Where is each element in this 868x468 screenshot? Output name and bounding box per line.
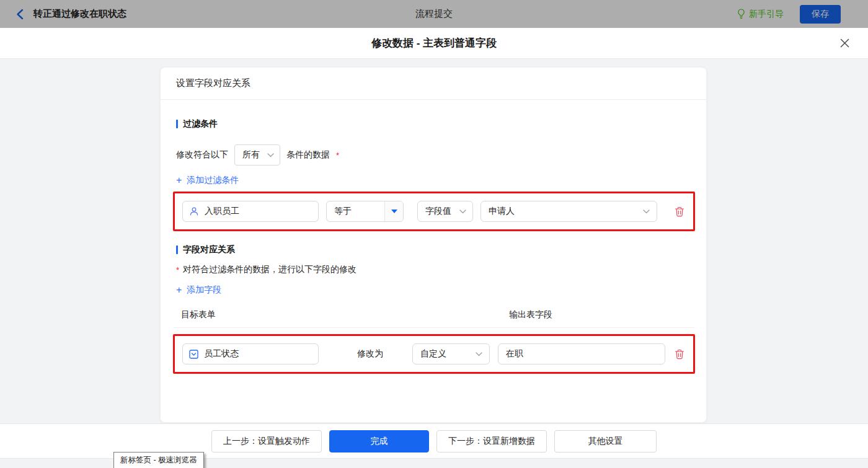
operator-caret-button[interactable] — [384, 201, 403, 221]
done-button[interactable]: 完成 — [329, 430, 429, 453]
filter-condition-line: 修改符合以下 所有 条件的数据 * — [176, 144, 691, 166]
column-output-field: 输出表字段 — [509, 309, 552, 320]
close-icon — [840, 38, 849, 48]
next-step-button[interactable]: 下一步：设置新增数据 — [436, 430, 547, 453]
match-mode-select[interactable]: 所有 — [234, 144, 280, 166]
target-field-input[interactable]: 员工状态 — [182, 343, 319, 364]
modal-body: 设置字段对应关系 过滤条件 修改符合以下 所有 条件的数据 * + 添加过滤条件 — [0, 59, 868, 468]
condition-prefix-text: 修改符合以下 — [176, 149, 228, 161]
filter-field-input[interactable]: 入职员工 — [182, 201, 319, 222]
add-filter-label: 添加过滤条件 — [187, 175, 239, 186]
app-topbar: 转正通过修改在职状态 流程提交 新手引导 保存 — [0, 0, 868, 28]
add-filter-link[interactable]: + 添加过滤条件 — [176, 175, 239, 186]
delete-filter-button[interactable] — [673, 205, 686, 218]
close-button[interactable] — [840, 38, 849, 48]
filter-field-value: 入职员工 — [205, 206, 239, 217]
filter-value-select[interactable]: 申请人 — [480, 201, 657, 222]
condition-suffix-text: 条件的数据 — [286, 149, 330, 161]
delete-mapping-button[interactable] — [673, 348, 686, 361]
filter-value: 申请人 — [489, 206, 515, 217]
caret-down-icon — [391, 210, 397, 213]
add-field-label: 添加字段 — [187, 285, 221, 296]
filter-section-label: 过滤条件 — [183, 118, 218, 130]
plus-icon: + — [176, 285, 182, 295]
modify-to-label: 修改为 — [357, 348, 383, 360]
filter-row-highlight: 入职员工 等于 字段值 申请人 — [173, 192, 695, 231]
target-field-value: 员工状态 — [204, 348, 239, 360]
output-value-input[interactable]: 在职 — [498, 343, 665, 364]
modal-title: 修改数据 - 主表到普通字段 — [371, 36, 497, 50]
mapping-description-text: 对符合过滤条件的数据，进行以下字段的修改 — [183, 264, 356, 275]
browser-tab-tooltip: 新标签页 - 极速浏览器 — [113, 452, 204, 468]
section-bar-icon — [176, 245, 178, 254]
operator-select[interactable]: 等于 — [326, 201, 404, 222]
match-mode-value: 所有 — [242, 149, 260, 161]
column-target-form: 目标表单 — [181, 309, 216, 319]
card-title: 设置字段对应关系 — [161, 68, 706, 100]
trash-icon — [675, 206, 684, 217]
filter-section-title: 过滤条件 — [176, 118, 691, 130]
modify-mode-select[interactable]: 自定义 — [412, 343, 490, 364]
mapping-column-headers: 目标表单 输出表字段 — [173, 309, 695, 328]
user-icon — [189, 206, 199, 216]
chevron-down-icon — [643, 210, 650, 214]
field-mapping-card: 设置字段对应关系 过滤条件 修改符合以下 所有 条件的数据 * + 添加过滤条件 — [160, 67, 707, 423]
chevron-down-icon — [459, 210, 466, 214]
modify-mode-value: 自定义 — [420, 348, 446, 360]
other-settings-button[interactable]: 其他设置 — [554, 430, 657, 453]
modal-header: 修改数据 - 主表到普通字段 — [0, 28, 868, 59]
mapping-section-title: 字段对应关系 — [176, 244, 691, 255]
plus-icon: + — [176, 175, 182, 185]
chevron-down-icon — [476, 352, 482, 356]
add-field-link[interactable]: + 添加字段 — [176, 285, 221, 296]
mapping-row-highlight: 员工状态 修改为 自定义 在职 — [173, 334, 695, 374]
output-value: 在职 — [506, 348, 523, 360]
trash-icon — [675, 349, 684, 360]
value-type-select[interactable]: 字段值 — [417, 201, 473, 222]
required-mark: * — [336, 151, 339, 160]
mapping-description-line: * 对符合过滤条件的数据，进行以下字段的修改 — [176, 264, 691, 275]
mapping-section-label: 字段对应关系 — [183, 244, 235, 255]
modify-data-modal: 修改数据 - 主表到普通字段 设置字段对应关系 过滤条件 修改符合以下 所有 条… — [0, 28, 868, 468]
required-mark: * — [176, 265, 179, 275]
chevron-down-icon — [267, 153, 274, 157]
dropdown-field-icon — [189, 350, 198, 359]
operator-value: 等于 — [327, 206, 384, 217]
prev-step-button[interactable]: 上一步：设置触发动作 — [211, 430, 322, 453]
value-type-value: 字段值 — [425, 206, 451, 217]
modal-backdrop — [0, 0, 868, 28]
section-bar-icon — [176, 120, 178, 128]
